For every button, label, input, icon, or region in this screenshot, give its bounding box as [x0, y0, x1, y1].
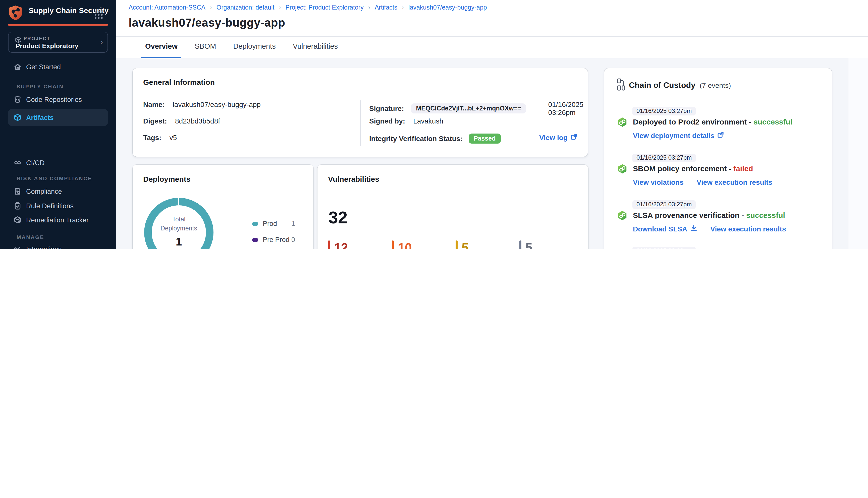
- breadcrumb: Account: Automation-SSCA›Organization: d…: [129, 4, 487, 11]
- gi-value: 8d23bd3b5d8f: [175, 117, 220, 125]
- integrity-label: Integrity Verification Status:: [369, 134, 463, 143]
- clipboard-icon: [14, 202, 22, 210]
- event-status: successful: [753, 117, 792, 126]
- event-title: SLSA provenance verification - successfu…: [633, 211, 785, 219]
- sidebar: Supply Chain Security PROJECT Product Ex…: [0, 0, 116, 249]
- signature-value: MEQCICde2VjIT...bL+2+mqnOXw==: [411, 103, 526, 114]
- breadcrumb-separator: ›: [210, 4, 212, 11]
- integrity-row: Integrity Verification Status: Passed: [369, 133, 501, 144]
- sidebar-item-get-started[interactable]: Get Started: [8, 58, 108, 75]
- event-timestamp: 01/16/2025 03:27pm: [632, 154, 696, 162]
- breadcrumb-item[interactable]: Account: Automation-SSCA: [129, 4, 205, 11]
- donut-center-label: TotalDeployments 1: [152, 215, 206, 249]
- module-grid-icon[interactable]: [94, 11, 103, 21]
- breadcrumb-item[interactable]: Artifacts: [375, 4, 397, 11]
- timeline-connector: [623, 176, 623, 211]
- chain-of-custody-card: Chain of Custody (7 events) 01/16/2025 0…: [604, 68, 832, 249]
- signature-date: 01/16/2025 03:26pm: [548, 101, 588, 117]
- external-icon: [717, 132, 724, 140]
- vulnerabilities-card: Vulnerabilities 32 12 CRITICAL 10 HIGH 5…: [318, 165, 588, 249]
- gi-label: Tags:: [143, 133, 161, 142]
- severity-medium: 5 MEDIUM: [456, 240, 516, 249]
- severity-bar: [328, 240, 330, 249]
- event-links: Download SLSAView execution results: [633, 225, 786, 233]
- legend-value: 0: [292, 236, 295, 244]
- sidebar-item-label: Artifacts: [26, 114, 54, 121]
- legend-pre-prod: Pre Prod: [252, 236, 289, 244]
- tab-sbom[interactable]: SBOM: [194, 40, 217, 52]
- sidebar-logo: Supply Chain Security: [8, 5, 108, 23]
- chevron-right-icon: ›: [101, 37, 103, 46]
- app: Account: Automation-SSCA›Organization: d…: [0, 0, 868, 249]
- gi-row-tags: Tags:v5: [143, 133, 177, 142]
- sidebar-item-code-repositories[interactable]: Code Repositories: [8, 91, 108, 108]
- donut-total-value: 1: [152, 234, 206, 249]
- sidebar-item-ci-cd[interactable]: CI/CD: [8, 154, 108, 171]
- event-link[interactable]: View deployment details: [633, 132, 724, 140]
- pipeline-event-icon: [618, 117, 627, 129]
- sidebar-item-label: Remediation Tracker: [26, 216, 89, 224]
- breadcrumb-item[interactable]: lavakush07/easy-buggy-app: [409, 4, 487, 11]
- event-links: View violationsView execution results: [633, 178, 772, 186]
- severity-count: 10: [398, 240, 412, 249]
- cube-icon: [14, 114, 22, 121]
- deployments-title: Deployments: [143, 175, 190, 183]
- severity-count: 12: [334, 240, 348, 249]
- event-timestamp: 01/16/2025 03:27pm: [632, 107, 696, 116]
- severity-high: 10 HIGH: [392, 240, 452, 249]
- project-selector[interactable]: PROJECT Product Exploratory ›: [8, 31, 108, 53]
- infinity-icon: [14, 159, 22, 167]
- pipeline-event-icon: [618, 164, 627, 176]
- event-timestamp: 01/16/2025 03:27pm: [632, 200, 696, 209]
- severity-count: 5: [462, 240, 469, 249]
- legend-dot: [252, 238, 258, 242]
- right-edge-strip: [848, 58, 868, 249]
- vulnerabilities-total: 32: [328, 208, 348, 227]
- integrity-status-badge: Passed: [469, 133, 501, 144]
- sidebar-item-label: Integrations: [26, 245, 62, 249]
- tab-vulnerabilities[interactable]: Vulnerabilities: [292, 40, 339, 52]
- event-name: SBOM policy enforcement: [633, 164, 727, 173]
- breadcrumb-item[interactable]: Project: Product Exploratory: [285, 4, 363, 11]
- sidebar-item-integrations[interactable]: Integrations: [8, 240, 108, 249]
- sidebar-item-artifacts[interactable]: Artifacts: [8, 109, 108, 126]
- event-link[interactable]: View execution results: [710, 225, 786, 233]
- event-title: Deployed to Prod2 environment - successf…: [633, 117, 792, 126]
- tab-overview[interactable]: Overview: [144, 40, 179, 52]
- signed-by-label: Signed by:: [369, 117, 405, 125]
- severity-bar: [392, 240, 393, 249]
- event-status-sep: -: [747, 117, 753, 126]
- vulnerabilities-title: Vulnerabilities: [328, 175, 379, 183]
- nav-section-supply-chain: SUPPLY CHAIN: [16, 83, 64, 89]
- view-log-label: View log: [539, 133, 568, 142]
- chain-events-count: (7 events): [700, 81, 731, 89]
- gi-row-name: Name:lavakush07/easy-buggy-app: [143, 101, 261, 108]
- timeline-connector: [623, 222, 623, 249]
- external-link-icon: [571, 133, 577, 142]
- deployments-card: Deployments TotalDeployments 1 Prod1Pre …: [133, 165, 313, 249]
- page-title: lavakush07/easy-buggy-app: [129, 16, 285, 30]
- legend-prod: Prod: [252, 220, 277, 227]
- view-log-link[interactable]: View log: [539, 133, 577, 142]
- download-icon: [690, 225, 697, 233]
- tabs: OverviewSBOMDeploymentsVulnerabilities: [144, 40, 339, 52]
- event-link[interactable]: View execution results: [697, 178, 772, 186]
- gi-row-digest: Digest:8d23bd3b5d8f: [143, 117, 220, 125]
- event-link[interactable]: Download SLSA: [633, 225, 697, 233]
- severity-bar: [456, 240, 457, 249]
- legend-label: Prod: [263, 220, 277, 227]
- event-name: SLSA provenance verification: [633, 211, 739, 219]
- sidebar-item-label: Get Started: [26, 63, 61, 70]
- severity-low: 5 LOW: [519, 240, 580, 249]
- header-divider: [116, 36, 868, 37]
- sidebar-item-remediation-tracker[interactable]: Remediation Tracker: [8, 211, 108, 228]
- timeline-connector: [623, 129, 623, 165]
- general-information-title: General Information: [143, 78, 215, 86]
- event-link[interactable]: View violations: [633, 178, 684, 186]
- signature-label: Signature:: [369, 104, 404, 113]
- breadcrumb-item[interactable]: Organization: default: [217, 4, 274, 11]
- tab-deployments[interactable]: Deployments: [232, 40, 276, 52]
- signed-by-row: Signed by: Lavakush: [369, 117, 443, 125]
- event-status: successful: [746, 211, 785, 219]
- event-title: SBOM policy enforcement - failed: [633, 164, 753, 173]
